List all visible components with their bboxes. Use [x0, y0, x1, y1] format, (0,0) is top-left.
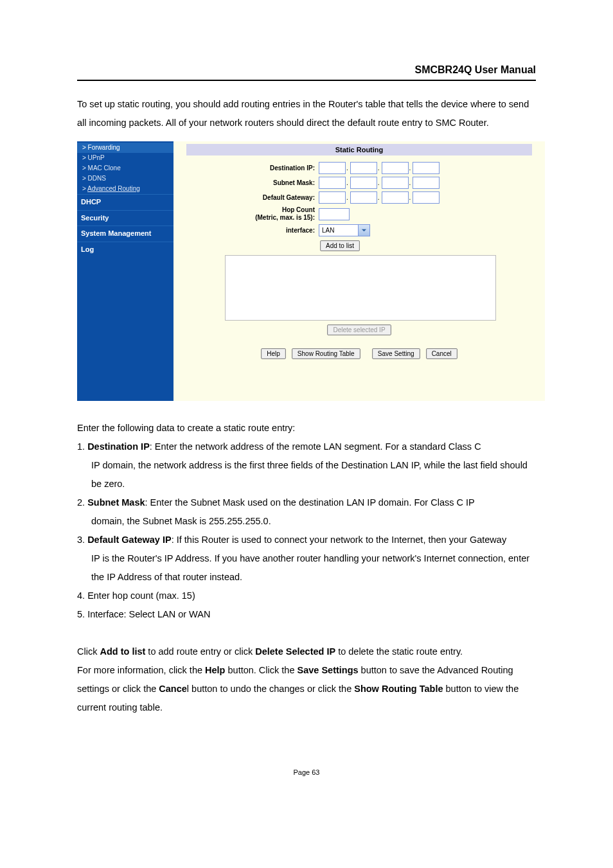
- label-hop-count: Hop Count(Metric, max. is 15):: [186, 206, 319, 222]
- sidebar-link-advrouting[interactable]: Advanced Routing: [87, 185, 140, 192]
- router-ui-screenshot: > Forwarding > UPnP > MAC Clone > DDNS >…: [77, 141, 545, 401]
- ip-octet-input[interactable]: [413, 162, 440, 174]
- page-number: Page 63: [77, 768, 536, 776]
- ip-octet-input[interactable]: [350, 177, 377, 189]
- ip-octet-input[interactable]: [319, 191, 346, 204]
- panel-title: Static Routing: [186, 144, 532, 155]
- ip-octet-input[interactable]: [413, 191, 440, 204]
- label-subnet-mask: Subnet Mask:: [186, 179, 319, 187]
- sidebar: > Forwarding > UPnP > MAC Clone > DDNS >…: [77, 141, 173, 401]
- help-button[interactable]: Help: [261, 348, 286, 359]
- interface-select-value: LAN: [319, 227, 358, 234]
- sidebar-item-ddns[interactable]: > DDNS: [77, 173, 173, 184]
- hop-count-input[interactable]: [319, 208, 350, 220]
- page-header: SMCBR24Q User Manual: [77, 64, 536, 81]
- ip-octet-input[interactable]: [413, 177, 440, 189]
- intro-paragraph: To set up static routing, you should add…: [77, 95, 536, 132]
- delete-selected-button[interactable]: Delete selected IP: [327, 324, 391, 335]
- instructions-lead: Enter the following data to create a sta…: [77, 419, 536, 438]
- instructions-list: 1. Destination IP: Enter the network add…: [77, 438, 536, 624]
- ip-octet-input[interactable]: [382, 177, 409, 189]
- chevron-down-icon[interactable]: [358, 225, 369, 236]
- sidebar-item-upnp[interactable]: > UPnP: [77, 153, 173, 163]
- ip-octet-input[interactable]: [382, 191, 409, 204]
- ip-octet-input[interactable]: [350, 162, 377, 174]
- button-bar: Help Show Routing Table Save Setting Can…: [186, 348, 532, 359]
- sidebar-item-security[interactable]: Security: [77, 210, 173, 226]
- label-interface: interface:: [186, 227, 319, 235]
- sidebar-item-log[interactable]: Log: [77, 242, 173, 258]
- show-routing-table-button[interactable]: Show Routing Table: [292, 348, 360, 359]
- content-panel: Static Routing Destination IP: ... Subne…: [173, 141, 545, 401]
- sidebar-item-sysm[interactable]: System Management: [77, 226, 173, 242]
- ip-octet-input[interactable]: [350, 191, 377, 204]
- add-delete-paragraph: Click Add to list to add route entry or …: [77, 642, 536, 661]
- subnet-mask-input[interactable]: ...: [319, 177, 439, 189]
- more-info-paragraph: For more information, click the Help but…: [77, 661, 536, 717]
- sidebar-item-dhcp[interactable]: DHCP: [77, 194, 173, 210]
- ip-octet-input[interactable]: [319, 162, 346, 174]
- ip-octet-input[interactable]: [382, 162, 409, 174]
- ip-octet-input[interactable]: [319, 177, 346, 189]
- destination-ip-input[interactable]: ...: [319, 162, 439, 174]
- interface-select[interactable]: LAN: [319, 224, 370, 236]
- route-list[interactable]: [225, 255, 496, 321]
- add-to-list-button[interactable]: Add to list: [320, 240, 360, 251]
- label-default-gateway: Default Gateway:: [186, 194, 319, 202]
- sidebar-item-forwarding[interactable]: > Forwarding: [77, 143, 173, 153]
- cancel-button[interactable]: Cancel: [426, 348, 458, 359]
- default-gateway-input[interactable]: ...: [319, 191, 439, 204]
- sidebar-item-advrouting[interactable]: > Advanced Routing: [77, 184, 173, 194]
- save-setting-button[interactable]: Save Setting: [372, 348, 420, 359]
- label-destination-ip: Destination IP:: [186, 164, 319, 172]
- sidebar-item-macclone[interactable]: > MAC Clone: [77, 163, 173, 173]
